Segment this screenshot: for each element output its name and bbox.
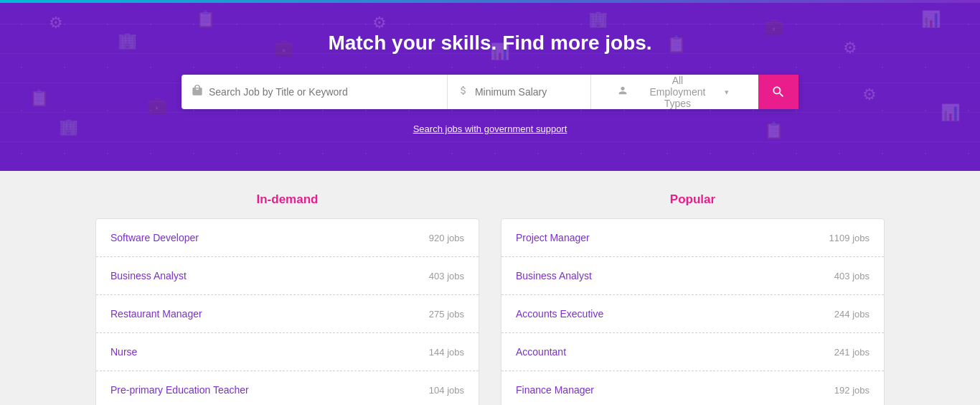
hero-title: Match your skills. Find more jobs. <box>14 32 966 55</box>
job-title-link[interactable]: Restaurant Manager <box>110 308 202 320</box>
popular-column: Popular Project Manager 1109 jobs Busine… <box>501 192 885 405</box>
salary-search-field[interactable] <box>448 75 591 109</box>
indemand-title: In-demand <box>95 192 479 207</box>
popular-job-list: Project Manager 1109 jobs Business Analy… <box>501 218 885 405</box>
govt-support-link[interactable]: Search jobs with government support <box>413 124 567 134</box>
job-list-item[interactable]: Business Analyst 403 jobs <box>501 257 884 295</box>
job-title-link[interactable]: Business Analyst <box>516 270 592 281</box>
job-list-item[interactable]: Project Manager 1109 jobs <box>501 219 884 257</box>
keyword-search-field[interactable] <box>182 75 448 109</box>
employment-type-label: All Employment Types <box>650 75 706 109</box>
search-button[interactable] <box>758 75 798 109</box>
hero-section: ⚙ 🏢 📋 💼 ⚙ 📊 🏢 📋 💼 ⚙ 📊 📋 💼 ⚙ 📊 🏢 📋 Match … <box>0 3 980 171</box>
job-title-link[interactable]: Project Manager <box>516 232 590 243</box>
job-title-link[interactable]: Accounts Executive <box>516 308 603 320</box>
job-count: 144 jobs <box>429 347 464 358</box>
job-title-link[interactable]: Finance Manager <box>516 384 594 396</box>
employment-type-field[interactable]: All Employment Types ▾ <box>591 75 758 109</box>
job-title-link[interactable]: Software Developer <box>110 232 199 243</box>
job-title-link[interactable]: Pre-primary Education Teacher <box>110 384 249 396</box>
job-list-item[interactable]: Pre-primary Education Teacher 104 jobs <box>96 371 479 405</box>
dollar-icon <box>458 85 469 99</box>
person-icon <box>601 85 644 99</box>
job-list-item[interactable]: Nurse 144 jobs <box>96 333 479 371</box>
job-count: 275 jobs <box>429 309 464 320</box>
job-list-item[interactable]: Accountant 241 jobs <box>501 333 884 371</box>
job-list-item[interactable]: Software Developer 920 jobs <box>96 219 479 257</box>
job-count: 244 jobs <box>834 309 870 320</box>
main-content: In-demand Software Developer 920 jobs Bu… <box>0 171 980 405</box>
chevron-down-icon: ▾ <box>705 88 748 97</box>
keyword-input[interactable] <box>209 86 437 98</box>
job-count: 1109 jobs <box>829 233 870 243</box>
salary-input[interactable] <box>475 86 580 98</box>
job-list-item[interactable]: Finance Manager 192 jobs <box>501 371 884 405</box>
job-title-link[interactable]: Nurse <box>110 346 137 358</box>
job-count: 241 jobs <box>834 347 870 358</box>
job-count: 920 jobs <box>429 233 464 243</box>
job-count: 192 jobs <box>834 385 870 396</box>
briefcase-icon <box>192 85 203 99</box>
job-count: 403 jobs <box>429 271 464 281</box>
indemand-job-list: Software Developer 920 jobs Business Ana… <box>95 218 479 405</box>
job-columns: In-demand Software Developer 920 jobs Bu… <box>95 192 885 405</box>
job-count: 403 jobs <box>834 271 870 281</box>
job-count: 104 jobs <box>429 385 464 396</box>
search-icon <box>771 85 786 99</box>
job-title-link[interactable]: Business Analyst <box>110 270 187 281</box>
indemand-column: In-demand Software Developer 920 jobs Bu… <box>95 192 479 405</box>
job-list-item[interactable]: Restaurant Manager 275 jobs <box>96 295 479 333</box>
job-list-item[interactable]: Business Analyst 403 jobs <box>96 257 479 295</box>
popular-title: Popular <box>501 192 885 207</box>
job-list-item[interactable]: Accounts Executive 244 jobs <box>501 295 884 333</box>
search-bar: All Employment Types ▾ <box>182 75 798 109</box>
job-title-link[interactable]: Accountant <box>516 346 566 358</box>
